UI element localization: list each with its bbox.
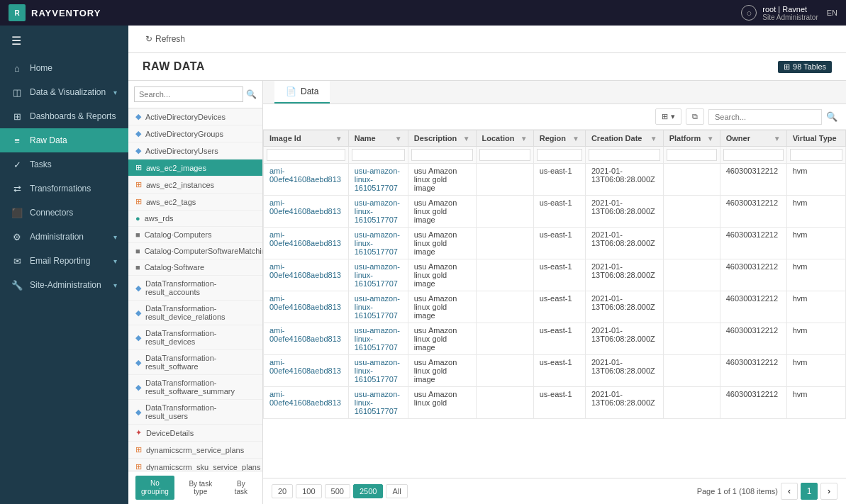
cell-location-7 — [476, 387, 533, 419]
page-size-20[interactable]: 20 — [272, 484, 293, 498]
cell-description-2: usu Amazon linux gold image — [408, 228, 476, 259]
sidebar-item-tasks[interactable]: ✓ Tasks — [0, 152, 128, 177]
cell-location-3 — [476, 259, 533, 291]
table-list-item-active-directory-devices[interactable]: ◆ActiveDirectoryDevices — [128, 108, 262, 125]
data-tab-icon: 📄 — [286, 86, 296, 96]
filter-image-id-icon[interactable]: ▼ — [335, 135, 343, 142]
page-1-button[interactable]: 1 — [801, 483, 818, 500]
sidebar-item-connectors[interactable]: ⬛ Connectors — [0, 201, 128, 225]
sidebar-item-data-visualization[interactable]: ◫ Data & Visualization ▾ — [0, 80, 128, 104]
table-list-item-dt-result-devices[interactable]: ◆DataTransformation-result_devices — [128, 325, 262, 350]
table-list-item-catalog-csm[interactable]: ■Catalog·ComputerSoftwareMatching — [128, 243, 262, 259]
table-search-input[interactable] — [134, 86, 243, 102]
page-next-button[interactable]: › — [820, 483, 837, 500]
cell-platform-1 — [663, 196, 720, 228]
table-list-item-aws-rds[interactable]: ●aws_rds — [128, 211, 262, 227]
user-info[interactable]: ○ root | Ravnet Site Administrator — [741, 5, 818, 21]
cell-location-5 — [476, 323, 533, 355]
table-list-item-dt-result-software[interactable]: ◆DataTransformation-result_software — [128, 350, 262, 375]
tab-data[interactable]: 📄 Data — [274, 81, 330, 103]
cell-image-id-3: ami-00efe41608aebd813 — [264, 259, 349, 291]
search-image-id[interactable] — [267, 149, 345, 161]
filter-location-icon[interactable]: ▼ — [521, 135, 528, 142]
raw-data-icon: ≡ — [11, 135, 23, 146]
table-list-item-dt-result-device-relations[interactable]: ◆DataTransformation-result_device_relati… — [128, 301, 262, 325]
table-list-item-dynamicscrm-sku-service-plans[interactable]: ⊞dynamicscrm_sku_service_plans — [128, 459, 262, 471]
cell-virtual-type-3: hvm — [786, 259, 845, 291]
search-owner[interactable] — [723, 149, 784, 161]
app-name: RAYVENTORY — [31, 8, 101, 18]
table-list-search-bar: 🔍 — [128, 81, 262, 108]
page-size-2500[interactable]: 2500 — [353, 484, 383, 498]
page-info: Page 1 of 1 (108 items) — [697, 487, 778, 495]
table-list-item-active-directory-users[interactable]: ◆ActiveDirectoryUsers — [128, 142, 262, 159]
copy-button[interactable]: ⧉ — [686, 108, 704, 125]
table-list-item-aws-ec2-images[interactable]: ⊞aws_ec2_images — [128, 159, 262, 177]
sidebar-item-raw-data[interactable]: ≡ Raw Data — [0, 128, 128, 152]
data-table-wrap: Image Id▼ Name▼ Description▼ Location▼ R… — [263, 130, 846, 478]
col-platform: Platform▼ — [663, 130, 720, 147]
table-list-item-dt-result-software-summary[interactable]: ◆DataTransformation-result_software_summ… — [128, 375, 262, 400]
table-list-item-device-details[interactable]: ✦DeviceDetails — [128, 425, 262, 442]
search-name[interactable] — [352, 149, 405, 161]
search-platform[interactable] — [667, 149, 717, 161]
table-list-item-dt-result-users[interactable]: ◆DataTransformation-result_users — [128, 400, 262, 425]
sidebar-item-transformations-label: Transformations — [30, 184, 91, 194]
filter-platform-icon[interactable]: ▼ — [707, 135, 714, 142]
cell-creation-date-6: 2021-01-13T06:08:28.000Z — [585, 355, 663, 387]
data-search-input[interactable] — [708, 109, 822, 125]
search-region[interactable] — [537, 149, 582, 161]
table-icon-dynamicscrm-service-plans: ⊞ — [135, 445, 142, 454]
table-list-item-active-directory-groups[interactable]: ◆ActiveDirectoryGroups — [128, 125, 262, 142]
cell-name-0: usu-amazon-linux-1610517707 — [348, 164, 408, 196]
search-creation-date[interactable] — [589, 149, 660, 161]
page-prev-button[interactable]: ‹ — [781, 483, 798, 500]
no-grouping-button[interactable]: Nogrouping — [135, 476, 174, 500]
sidebar-item-dashboards[interactable]: ⊞ Dashboards & Reports — [0, 104, 128, 128]
sidebar-item-administration[interactable]: ⚙ Administration ▾ — [0, 225, 128, 249]
col-platform-label: Platform — [669, 134, 701, 142]
search-description[interactable] — [411, 149, 473, 161]
table-list-item-catalog-computers[interactable]: ■Catalog·Computers — [128, 227, 262, 243]
page-size-100[interactable]: 100 — [296, 484, 321, 498]
col-location-label: Location — [482, 134, 515, 142]
table-list-item-catalog-software[interactable]: ■Catalog·Software — [128, 259, 262, 276]
search-location[interactable] — [479, 149, 530, 161]
cell-name-6: usu-amazon-linux-1610517707 — [348, 355, 408, 387]
table-list-item-dt-result-accounts[interactable]: ◆DataTransformation-result_accounts — [128, 276, 262, 301]
sidebar-item-home-label: Home — [30, 63, 52, 73]
table-icon-catalog-csm: ■ — [135, 247, 140, 255]
sidebar-item-transformations[interactable]: ⇄ Transformations — [0, 177, 128, 201]
filter-name-icon[interactable]: ▼ — [395, 135, 402, 142]
export-arrow-icon: ▾ — [671, 112, 675, 121]
language-selector[interactable]: EN — [827, 9, 837, 17]
filter-owner-icon[interactable]: ▼ — [774, 135, 781, 142]
filter-description-icon[interactable]: ▼ — [463, 135, 470, 142]
table-icon-catalog-software: ■ — [135, 263, 140, 271]
sidebar-item-site-administration[interactable]: 🔧 Site-Administration ▾ — [0, 273, 128, 297]
table-list-item-dynamicscrm-service-plans[interactable]: ⊞dynamicscrm_service_plans — [128, 442, 262, 459]
table-row: ami-00efe41608aebd813 usu-amazon-linux-1… — [264, 323, 846, 355]
sidebar-item-email-reporting[interactable]: ✉ Email Reporting ▾ — [0, 249, 128, 273]
filter-creation-date-icon[interactable]: ▼ — [650, 135, 657, 142]
page-size-500[interactable]: 500 — [325, 484, 350, 498]
page-size-all[interactable]: All — [386, 484, 407, 498]
by-task-type-button[interactable]: By task type — [179, 477, 223, 498]
refresh-label: Refresh — [155, 34, 185, 44]
table-icon-dt-result-software-summary: ◆ — [135, 383, 141, 392]
cell-description-4: usu Amazon linux gold image — [408, 291, 476, 323]
table-label-active-directory-users: ActiveDirectoryUsers — [145, 147, 218, 155]
sidebar-item-home[interactable]: ⌂ Home — [0, 56, 128, 80]
col-owner-label: Owner — [726, 134, 750, 142]
table-list-item-aws-ec2-instances[interactable]: ⊞aws_ec2_instances — [128, 177, 262, 194]
export-button[interactable]: ⊞▾ — [655, 108, 681, 125]
refresh-button[interactable]: ↻ Refresh — [140, 31, 191, 47]
search-virtual-type[interactable] — [790, 149, 842, 161]
table-list-item-aws-ec2-tags[interactable]: ⊞aws_ec2_tags — [128, 194, 262, 211]
cell-owner-6: 460300312212 — [720, 355, 786, 387]
by-task-button[interactable]: By task — [227, 477, 255, 498]
hamburger-menu-icon[interactable]: ☰ — [0, 26, 128, 56]
filter-region-icon[interactable]: ▼ — [572, 135, 579, 142]
table-icon-dt-result-devices: ◆ — [135, 333, 141, 342]
user-role: Site Administrator — [762, 13, 818, 21]
